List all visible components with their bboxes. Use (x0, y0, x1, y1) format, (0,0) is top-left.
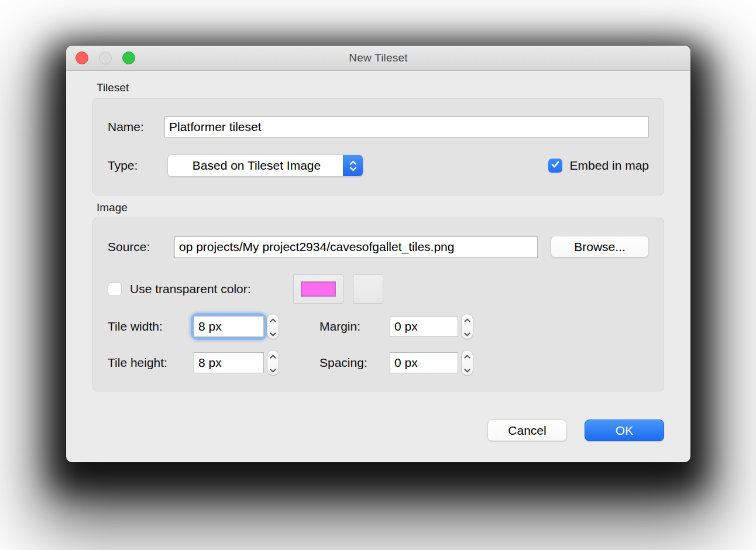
tile-width-label: Tile width: (108, 319, 194, 334)
titlebar[interactable]: New Tileset (66, 46, 690, 71)
stepper-down-icon[interactable] (464, 365, 470, 375)
transparent-color-picker-button[interactable] (293, 274, 343, 304)
stepper-down-icon[interactable] (270, 365, 276, 375)
image-section-label: Image (97, 201, 664, 214)
browse-button[interactable]: Browse... (551, 236, 649, 257)
embed-in-map-label: Embed in map (570, 159, 649, 173)
close-button[interactable] (75, 51, 88, 64)
stepper-down-icon[interactable] (270, 328, 276, 339)
color-swatch (301, 281, 336, 297)
tile-width-margin-row: Tile width: Margin: (108, 314, 649, 339)
tile-height-spacing-row: Tile height: Spacing: (108, 350, 649, 376)
name-input[interactable] (164, 116, 649, 138)
new-tileset-dialog: New Tileset Tileset Name: Type: Based on… (66, 46, 690, 462)
margin-input[interactable] (390, 316, 458, 337)
tile-width-input[interactable] (194, 316, 264, 337)
tileset-groupbox: Name: Type: Based on Tileset Image (92, 98, 664, 195)
spacing-label: Spacing: (319, 356, 390, 370)
dialog-footer: Cancel OK (92, 420, 664, 441)
name-label: Name: (108, 120, 164, 134)
spacing-input[interactable] (390, 352, 458, 373)
type-label: Type: (108, 159, 164, 173)
stepper-up-icon[interactable] (270, 314, 276, 325)
zoom-button[interactable] (122, 51, 135, 64)
embed-in-map-checkbox[interactable] (548, 159, 562, 173)
name-row: Name: (108, 116, 649, 138)
traffic-lights (75, 46, 135, 70)
embed-in-map-group: Embed in map (548, 159, 649, 173)
type-dropdown[interactable]: Based on Tileset Image (167, 154, 363, 177)
source-label: Source: (108, 240, 174, 254)
source-input[interactable] (174, 236, 538, 257)
use-transparent-color-label: Use transparent color: (130, 282, 283, 296)
tile-height-label: Tile height: (108, 356, 194, 370)
source-row: Source: Browse... (108, 236, 649, 257)
tile-width-focus-ring (194, 316, 264, 337)
margin-stepper[interactable] (461, 314, 473, 339)
image-groupbox: Source: Browse... Use transparent color:… (92, 218, 664, 391)
dropdown-arrows-icon (343, 155, 363, 176)
cancel-button[interactable]: Cancel (487, 420, 567, 441)
use-transparent-color-checkbox[interactable] (108, 282, 122, 296)
type-row: Type: Based on Tileset Image (108, 154, 649, 177)
stepper-down-icon[interactable] (464, 328, 470, 339)
tile-width-stepper[interactable] (267, 314, 279, 339)
window-title: New Tileset (349, 51, 407, 64)
type-dropdown-value: Based on Tileset Image (168, 159, 343, 173)
stepper-up-icon[interactable] (464, 350, 470, 361)
checkmark-icon (551, 160, 560, 171)
ok-button[interactable]: OK (585, 420, 664, 441)
tile-height-stepper[interactable] (267, 350, 279, 376)
margin-label: Margin: (319, 319, 390, 334)
stepper-up-icon[interactable] (464, 314, 470, 325)
minimize-button (99, 51, 112, 64)
tileset-section-label: Tileset (97, 81, 664, 94)
stepper-up-icon[interactable] (270, 350, 276, 361)
color-eyedropper-button[interactable] (353, 274, 383, 304)
spacing-stepper[interactable] (461, 350, 473, 376)
transparent-color-row: Use transparent color: (108, 274, 649, 304)
tile-height-input[interactable] (194, 352, 264, 373)
